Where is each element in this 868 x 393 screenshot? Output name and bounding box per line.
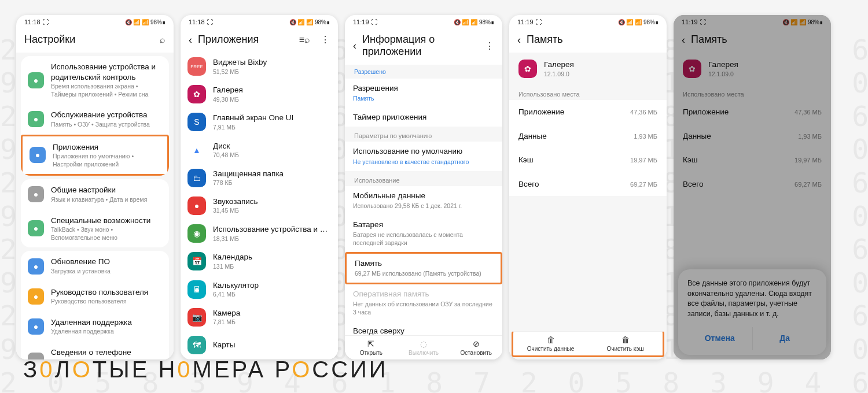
page-title: Приложения xyxy=(198,34,289,46)
app-list-item[interactable]: ✿ Галерея 49,30 МБ xyxy=(181,80,338,108)
settings-item[interactable]: ● Общие настройки Язык и клавиатура • Да… xyxy=(21,179,169,209)
settings-item-title: Удаленная поддержка xyxy=(51,317,162,328)
settings-item-title: Специальные возможности xyxy=(51,216,162,226)
trash-icon: 🗑 xyxy=(547,335,555,344)
app-name: Карты xyxy=(213,340,331,350)
app-list-item[interactable]: 📅 Календарь 131 МБ xyxy=(181,247,338,275)
bottom-action-label: Открыть xyxy=(360,350,382,356)
app-list-item[interactable]: 🖩 Калькулятор 6,41 МБ xyxy=(181,276,338,303)
status-icons: 🔇 📶 📶 98%∎ xyxy=(618,19,659,25)
back-icon[interactable]: ‹ xyxy=(517,35,521,45)
app-icon: FREE xyxy=(187,57,206,76)
search-icon[interactable]: ⌕ xyxy=(160,35,165,45)
trash-icon: 🗑 xyxy=(621,335,630,344)
app-icon: ▲ xyxy=(187,141,206,160)
back-icon[interactable]: ‹ xyxy=(682,35,685,45)
section-label: Параметры по умолчанию xyxy=(345,127,502,142)
settings-item-icon: ● xyxy=(28,186,44,202)
status-time: 11:19 ⛶ xyxy=(682,18,706,25)
appinfo-sub: Память xyxy=(353,95,374,103)
app-name: Календарь xyxy=(213,252,331,262)
ok-button[interactable]: Да xyxy=(752,327,818,350)
app-list-item[interactable]: 🗺 Карты xyxy=(181,331,338,359)
appinfo-title: Использование по умолчанию xyxy=(353,146,462,157)
app-version: 12.1.09.0 xyxy=(708,71,822,79)
settings-item[interactable]: ● Руководство пользователя Руководство п… xyxy=(21,281,169,312)
settings-item[interactable]: ● Приложения Приложения по умолчанию • Н… xyxy=(21,135,169,176)
status-icons: 🔇 📶 📶 98%∎ xyxy=(125,19,165,25)
appinfo-item[interactable]: Разрешения Память xyxy=(345,79,502,107)
storage-label: Приложение xyxy=(518,107,564,117)
filter-icon[interactable]: ≡⌕ xyxy=(299,35,310,45)
app-icon: ✿ xyxy=(518,60,537,78)
appinfo-item[interactable]: Мобильные данные Использовано 29,58 КБ с… xyxy=(345,186,502,215)
bottom-action[interactable]: 🗑 Очистить кэш xyxy=(588,332,663,355)
more-icon[interactable]: ⋮ xyxy=(321,34,330,45)
app-list-item[interactable]: S Главный экран One UI 7,91 МБ xyxy=(181,108,338,136)
settings-item[interactable]: ● Обновление ПО Загрузка и установка xyxy=(21,251,169,281)
settings-item[interactable]: ● Использование устройства и родительски… xyxy=(21,56,169,104)
settings-item-icon: ● xyxy=(30,147,46,163)
confirm-dialog: Все данные этого приложения будут оконча… xyxy=(678,269,826,355)
app-list-item[interactable]: ◉ Использование устройства и ро.. 18,31 … xyxy=(181,220,338,247)
app-list-item[interactable]: FREE Виджеты Bixby 51,52 МБ xyxy=(181,53,338,80)
appinfo-item[interactable]: Батарея Батарея не использовалась с моме… xyxy=(345,215,502,252)
storage-value: 1,93 МБ xyxy=(798,133,822,140)
settings-item-title: Руководство пользователя xyxy=(51,287,162,298)
storage-label: Приложение xyxy=(683,107,729,117)
settings-item[interactable]: ● Удаленная поддержка Удаленная поддержк… xyxy=(21,312,169,342)
appinfo-item[interactable]: Всегда сверху Включено xyxy=(345,321,502,335)
app-icon: 🗺 xyxy=(187,336,206,354)
back-icon[interactable]: ‹ xyxy=(353,40,356,51)
settings-item-title: Использование устройства и родительский … xyxy=(51,62,162,82)
storage-row: Всего 69,27 МБ xyxy=(674,172,831,196)
appinfo-title: Батарея xyxy=(353,220,383,230)
app-list-item[interactable]: 📷 Камера 7,81 МБ xyxy=(181,303,338,331)
cancel-button[interactable]: Отмена xyxy=(687,327,752,350)
storage-value: 19,97 МБ xyxy=(630,157,657,164)
bottom-action-label: Очистить кэш xyxy=(607,346,644,352)
settings-item[interactable]: ● Специальные возможности TalkBack • Зву… xyxy=(21,210,169,248)
bottom-action[interactable]: ⊘ Остановить xyxy=(450,336,502,359)
top-link[interactable]: Разрешено xyxy=(354,68,386,75)
bottom-action[interactable]: ⇱ Открыть xyxy=(345,336,398,359)
storage-label: Данные xyxy=(683,131,711,142)
bottom-action-label: Очистить данные xyxy=(527,346,575,352)
app-icon: ◉ xyxy=(187,224,206,243)
appinfo-item[interactable]: Использование по умолчанию Не установлен… xyxy=(345,142,502,170)
app-list-item[interactable]: ● Звукозапись 31,45 МБ xyxy=(181,192,338,220)
appinfo-title: Всегда сверху xyxy=(353,326,404,335)
appinfo-item[interactable]: Таймер приложения xyxy=(345,107,502,127)
storage-label: Кэш xyxy=(518,155,534,165)
appinfo-title: Разрешения xyxy=(353,83,398,94)
storage-label: Данные xyxy=(518,131,547,142)
page-title: Память xyxy=(527,34,659,46)
status-time: 11:19 ⛶ xyxy=(517,18,542,25)
bottom-action[interactable]: 🗑 Очистить данные xyxy=(513,332,588,355)
settings-item-icon: ● xyxy=(28,318,44,335)
storage-label: Кэш xyxy=(683,155,698,165)
bottom-bar: ⇱ Открыть ◌ Выключить ⊘ Остановить xyxy=(345,335,502,359)
bottom-action-icon: ⇱ xyxy=(367,339,374,348)
app-icon: 🗀 xyxy=(187,169,206,187)
back-icon[interactable]: ‹ xyxy=(189,35,192,45)
appinfo-sub: Использовано 29,58 КБ с 1 дек. 2021 г. xyxy=(353,202,462,210)
page-title: Память xyxy=(691,34,823,46)
app-list-item[interactable]: 🗀 Защищенная папка 778 КБ xyxy=(181,164,338,192)
dialog-text: Все данные этого приложения будут оконча… xyxy=(687,279,817,319)
app-size: 7,81 МБ xyxy=(213,318,331,327)
app-icon: ● xyxy=(187,196,206,215)
status-bar: 11:18 ⛶ 🔇 📶 📶 98%∎ xyxy=(181,15,338,29)
appinfo-item[interactable]: Память 69,27 МБ использовано (Память уст… xyxy=(345,252,502,284)
status-bar: 11:18 ⛶ 🔇 📶 📶 98%∎ xyxy=(16,15,174,29)
app-name: Калькулятор xyxy=(213,280,331,291)
more-icon[interactable]: ⋮ xyxy=(485,40,494,51)
app-icon: 📷 xyxy=(187,308,206,327)
app-list-item[interactable]: ▲ Диск 70,48 МБ xyxy=(181,136,338,164)
settings-item-sub: Память • ОЗУ • Защита устройства xyxy=(51,121,162,129)
settings-item-sub: Язык и клавиатура • Дата и время xyxy=(51,196,162,204)
settings-item-icon: ● xyxy=(28,288,44,305)
app-name: Диск xyxy=(213,141,331,151)
appinfo-item[interactable]: Оперативная память Нет данных об использ… xyxy=(345,284,502,321)
settings-item[interactable]: ● Обслуживание устройства Память • ОЗУ •… xyxy=(21,104,169,134)
